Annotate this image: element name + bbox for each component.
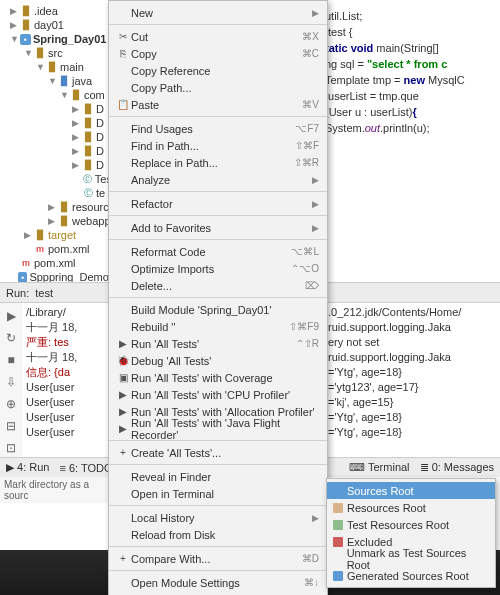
- tree-item-com[interactable]: ▼▉com: [0, 88, 115, 102]
- menu-copy-reference[interactable]: Copy Reference: [109, 62, 327, 79]
- menu-separator: [109, 239, 327, 240]
- menu-item-icon: ▶: [115, 406, 131, 417]
- run-tool-icon[interactable]: ⊟: [6, 419, 16, 433]
- menu-open-in-terminal[interactable]: Open in Terminal: [109, 485, 327, 502]
- menu-item-icon: 🐞: [115, 355, 131, 366]
- toolwin-todo[interactable]: ≡ 6: TODO: [59, 462, 112, 474]
- submenu-label: Unmark as Test Sources Root: [347, 547, 487, 571]
- run-tool-icon[interactable]: ↻: [6, 331, 16, 345]
- run-config-name[interactable]: test: [35, 287, 53, 299]
- menu-copy-path[interactable]: Copy Path...: [109, 79, 327, 96]
- tree-item-webapp[interactable]: ▶▉webapp: [0, 214, 115, 228]
- menu-run-all-tests-with-cpu-profiler[interactable]: ▶Run 'All Tests' with 'CPU Profiler': [109, 386, 327, 403]
- run-tool-icon[interactable]: ⊕: [6, 397, 16, 411]
- menu-paste[interactable]: 📋Paste⌘V: [109, 96, 327, 113]
- tree-item-resourc[interactable]: ▶▉resourc: [0, 200, 115, 214]
- menu-new[interactable]: New▶: [109, 4, 327, 21]
- tree-item-pom-xml[interactable]: mpom.xml: [0, 242, 115, 256]
- menu-add-to-favorites[interactable]: Add to Favorites▶: [109, 219, 327, 236]
- menu-run-all-tests[interactable]: ▶Run 'All Tests'⌃⇧R: [109, 335, 327, 352]
- menu-item-label: Refactor: [131, 198, 312, 210]
- tree-item-pom-xml[interactable]: mpom.xml: [0, 256, 115, 270]
- folder-icon: ▉: [58, 215, 70, 227]
- tree-item-java[interactable]: ▼▉java: [0, 74, 115, 88]
- menu-shortcut: ⇧⌘F: [295, 140, 319, 151]
- menu-reformat-code[interactable]: Reformat Code⌥⌘L: [109, 243, 327, 260]
- submenu-sources-root[interactable]: Sources Root: [327, 482, 495, 499]
- run-label: Run:: [6, 287, 29, 299]
- tree-item-d[interactable]: ▶▉D: [0, 102, 115, 116]
- menu-replace-in-path[interactable]: Replace in Path...⇧⌘R: [109, 154, 327, 171]
- console-line: ='Ytg', age=18}: [328, 410, 500, 425]
- submenu-unmark-as-test-sources-root[interactable]: Unmark as Test Sources Root: [327, 550, 495, 567]
- menu-create-all-tests[interactable]: +Create 'All Tests'...: [109, 444, 327, 461]
- tree-item-d[interactable]: ▶▉D: [0, 158, 115, 172]
- menu-reveal-in-finder[interactable]: Reveal in Finder: [109, 468, 327, 485]
- tree-label: main: [60, 61, 84, 73]
- toolwin-messages[interactable]: ≣ 0: Messages: [420, 461, 494, 474]
- menu-separator: [109, 215, 327, 216]
- menu-analyze[interactable]: Analyze▶: [109, 171, 327, 188]
- run-tool-icon[interactable]: ■: [7, 353, 14, 367]
- menu-refactor[interactable]: Refactor▶: [109, 195, 327, 212]
- menu-shortcut: ⌥⌘L: [291, 246, 319, 257]
- menu-shortcut: ⌘V: [302, 99, 319, 110]
- menu-debug-all-tests[interactable]: 🐞Debug 'All Tests': [109, 352, 327, 369]
- console-line: ='Ytg', age=18}: [328, 365, 500, 380]
- run-tool-icon[interactable]: ⊡: [6, 441, 16, 455]
- menu-reload-from-disk[interactable]: Reload from Disk: [109, 526, 327, 543]
- tree-label: day01: [34, 19, 64, 31]
- menu-find-in-path[interactable]: Find in Path...⇧⌘F: [109, 137, 327, 154]
- tree-item-test[interactable]: ⒸTest: [0, 172, 115, 186]
- submenu-resources-root[interactable]: Resources Root: [327, 499, 495, 516]
- run-tool-icon[interactable]: ▶: [7, 309, 16, 323]
- tree-item-day01[interactable]: ▶▉day01: [0, 18, 115, 32]
- menu-compare-with[interactable]: +Compare With...⌘D: [109, 550, 327, 567]
- run-tool-icon[interactable]: ⇩: [6, 375, 16, 389]
- tree-label: src: [48, 47, 63, 59]
- tree-item-te[interactable]: Ⓒte: [0, 186, 115, 200]
- menu-rebuild-default[interactable]: Rebuild ''⇧⌘F9: [109, 318, 327, 335]
- menu-run-all-tests-with-coverage[interactable]: ▣Run 'All Tests' with Coverage: [109, 369, 327, 386]
- menu-item-icon: ⎘: [115, 48, 131, 59]
- tree-item-d[interactable]: ▶▉D: [0, 130, 115, 144]
- tree-label: D: [96, 131, 104, 143]
- menu-item-label: Optimize Imports: [131, 263, 291, 275]
- menu-item-icon: +: [115, 447, 131, 458]
- tree-item--idea[interactable]: ▶▉.idea: [0, 4, 115, 18]
- tree-item-spring_day01[interactable]: ▼▪Spring_Day01: [0, 32, 115, 46]
- submenu-arrow-icon: ▶: [312, 199, 319, 209]
- tree-item-src[interactable]: ▼▉src: [0, 46, 115, 60]
- tree-item-d[interactable]: ▶▉D: [0, 144, 115, 158]
- code-line: util.List;: [325, 8, 500, 24]
- menu-open-module-settings[interactable]: Open Module Settings⌘↓: [109, 574, 327, 591]
- menu-delete[interactable]: Delete...⌦: [109, 277, 327, 294]
- tree-arrow-icon: ▶: [72, 118, 80, 128]
- menu-run-all-tests-with-java-flight-recorder[interactable]: ▶Run 'All Tests' with 'Java Flight Recor…: [109, 420, 327, 437]
- toolwin-terminal[interactable]: ⌨ Terminal: [349, 461, 409, 474]
- module-icon: ▪: [18, 272, 27, 283]
- tree-item-main[interactable]: ▼▉main: [0, 60, 115, 74]
- menu-local-history[interactable]: Local History▶: [109, 509, 327, 526]
- menu-separator: [109, 505, 327, 506]
- submenu-test-resources-root[interactable]: Test Resources Root: [327, 516, 495, 533]
- code-line: System.out.println(u);: [325, 120, 500, 136]
- menu-item-icon: ▶: [115, 423, 131, 434]
- menu-shortcut: ⌃⌥O: [291, 263, 319, 274]
- tree-item-target[interactable]: ▶▉target: [0, 228, 115, 242]
- menu-item-label: Run 'All Tests' with 'CPU Profiler': [131, 389, 319, 401]
- submenu-label: Sources Root: [347, 485, 414, 497]
- menu-cut[interactable]: ✂Cut⌘X: [109, 28, 327, 45]
- menu-load-unload-modules[interactable]: Load/Unload Modules...: [109, 591, 327, 595]
- menu-build-module-spring-day01[interactable]: Build Module 'Spring_Day01': [109, 301, 327, 318]
- menu-separator: [109, 570, 327, 571]
- menu-find-usages[interactable]: Find Usages⌥F7: [109, 120, 327, 137]
- submenu-arrow-icon: ▶: [312, 513, 319, 523]
- tree-item-d[interactable]: ▶▉D: [0, 116, 115, 130]
- menu-optimize-imports[interactable]: Optimize Imports⌃⌥O: [109, 260, 327, 277]
- menu-copy[interactable]: ⎘Copy⌘C: [109, 45, 327, 62]
- folder-icon: ▉: [20, 19, 32, 31]
- menu-item-label: Find Usages: [131, 123, 295, 135]
- toolwin-run[interactable]: ▶ 4: Run: [6, 461, 49, 474]
- menu-item-label: Find in Path...: [131, 140, 295, 152]
